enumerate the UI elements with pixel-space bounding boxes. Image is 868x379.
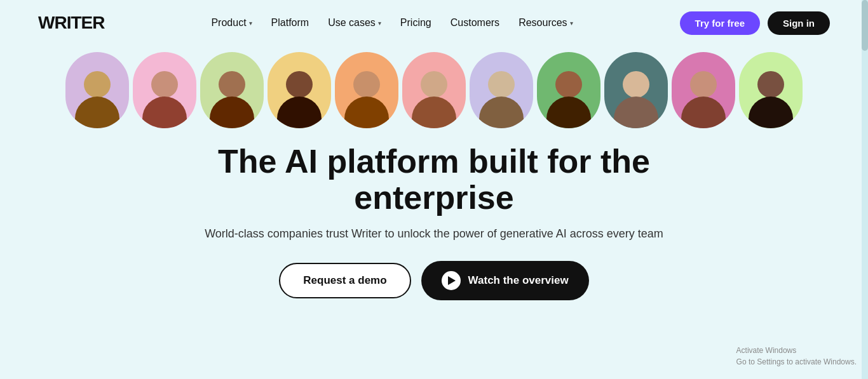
navbar: WRITER Product ▾ Platform Use cases ▾ Pr… bbox=[0, 0, 868, 46]
nav-link-product[interactable]: Product ▾ bbox=[203, 12, 259, 34]
scrollbar[interactable] bbox=[862, 0, 868, 379]
hero-section: The AI platform built for the enterprise… bbox=[0, 46, 868, 300]
nav-item-platform[interactable]: Platform bbox=[264, 12, 317, 34]
request-demo-button[interactable]: Request a demo bbox=[279, 263, 410, 298]
nav-link-platform[interactable]: Platform bbox=[264, 12, 317, 34]
nav-item-customers[interactable]: Customers bbox=[443, 12, 507, 34]
avatar-4 bbox=[268, 52, 331, 128]
try-for-free-button[interactable]: Try for free bbox=[680, 11, 760, 35]
nav-item-usecases[interactable]: Use cases ▾ bbox=[320, 12, 389, 34]
avatars-row bbox=[65, 52, 803, 128]
nav-actions: Try for free Sign in bbox=[680, 11, 830, 35]
sign-in-button[interactable]: Sign in bbox=[768, 11, 830, 35]
avatar-2 bbox=[133, 52, 196, 128]
nav-link-usecases[interactable]: Use cases ▾ bbox=[320, 12, 389, 34]
avatar-11 bbox=[739, 52, 803, 128]
nav-link-customers[interactable]: Customers bbox=[443, 12, 507, 34]
avatar-10 bbox=[672, 52, 735, 128]
nav-item-pricing[interactable]: Pricing bbox=[393, 12, 439, 34]
chevron-down-icon: ▾ bbox=[570, 20, 573, 27]
avatar-3 bbox=[200, 52, 264, 128]
chevron-down-icon: ▾ bbox=[249, 20, 252, 27]
play-triangle bbox=[448, 276, 456, 285]
avatar-5 bbox=[335, 52, 398, 128]
play-icon bbox=[442, 271, 461, 290]
nav-link-pricing[interactable]: Pricing bbox=[393, 12, 439, 34]
windows-watermark: Activate Windows Go to Settings to activ… bbox=[736, 345, 857, 368]
nav-links: Product ▾ Platform Use cases ▾ Pricing C… bbox=[203, 12, 580, 34]
avatar-6 bbox=[402, 52, 466, 128]
avatar-7 bbox=[470, 52, 533, 128]
avatar-1 bbox=[65, 52, 129, 128]
avatar-9 bbox=[604, 52, 668, 128]
hero-headline: The AI platform built for the enterprise bbox=[218, 143, 650, 216]
nav-item-product[interactable]: Product ▾ bbox=[203, 12, 259, 34]
avatar-8 bbox=[537, 52, 600, 128]
nav-link-resources[interactable]: Resources ▾ bbox=[511, 12, 580, 34]
hero-subheading: World-class companies trust Writer to un… bbox=[205, 227, 663, 241]
chevron-down-icon: ▾ bbox=[378, 20, 381, 27]
cta-row: Request a demo Watch the overview bbox=[279, 261, 588, 300]
logo[interactable]: WRITER bbox=[38, 13, 104, 33]
nav-item-resources[interactable]: Resources ▾ bbox=[511, 12, 580, 34]
watch-overview-button[interactable]: Watch the overview bbox=[421, 261, 589, 300]
